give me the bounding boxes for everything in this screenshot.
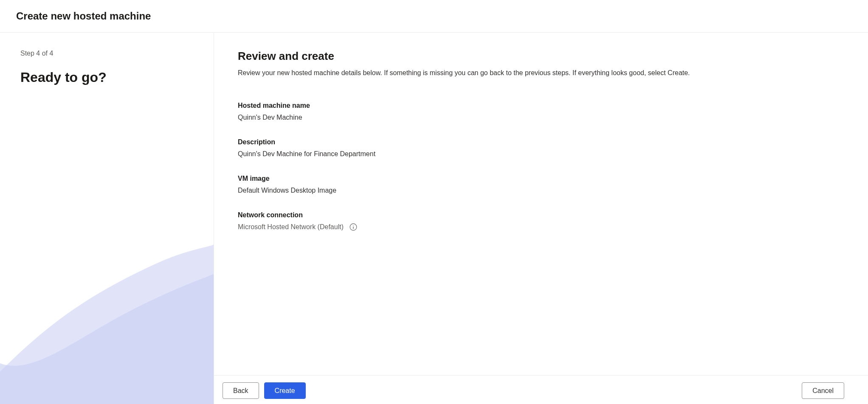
wizard-title: Create new hosted machine xyxy=(16,10,852,22)
wave-decoration xyxy=(0,244,214,404)
machine-name-value: Quinn's Dev Machine xyxy=(238,114,844,121)
back-button[interactable]: Back xyxy=(223,382,259,399)
main-content: Review and create Review your new hosted… xyxy=(214,33,868,404)
field-vm-image: VM image Default Windows Desktop Image xyxy=(238,175,844,194)
machine-name-label: Hosted machine name xyxy=(238,102,844,109)
network-label: Network connection xyxy=(238,211,844,219)
main-body: Review and create Review your new hosted… xyxy=(214,33,868,375)
review-subtitle: Review your new hosted machine details b… xyxy=(238,68,844,78)
vm-image-value: Default Windows Desktop Image xyxy=(238,187,844,194)
create-button[interactable]: Create xyxy=(264,382,306,399)
info-icon[interactable] xyxy=(349,223,357,231)
review-title: Review and create xyxy=(238,50,844,63)
field-network: Network connection Microsoft Hosted Netw… xyxy=(238,211,844,231)
wizard-header: Create new hosted machine xyxy=(0,0,868,33)
description-label: Description xyxy=(238,138,844,146)
wizard-sidebar: Step 4 of 4 Ready to go? xyxy=(0,33,214,404)
cancel-button[interactable]: Cancel xyxy=(802,382,844,399)
field-machine-name: Hosted machine name Quinn's Dev Machine xyxy=(238,102,844,121)
svg-point-1 xyxy=(353,225,353,226)
field-description: Description Quinn's Dev Machine for Fina… xyxy=(238,138,844,158)
network-value-row: Microsoft Hosted Network (Default) xyxy=(238,223,844,231)
sidebar-title: Ready to go? xyxy=(20,69,193,85)
wizard-footer: Back Create Cancel xyxy=(214,375,868,404)
description-value: Quinn's Dev Machine for Finance Departme… xyxy=(238,150,844,158)
content-area: Step 4 of 4 Ready to go? Review and crea… xyxy=(0,33,868,404)
step-indicator: Step 4 of 4 xyxy=(20,50,193,57)
vm-image-label: VM image xyxy=(238,175,844,182)
footer-left: Back Create xyxy=(223,382,306,399)
network-value: Microsoft Hosted Network (Default) xyxy=(238,223,344,231)
